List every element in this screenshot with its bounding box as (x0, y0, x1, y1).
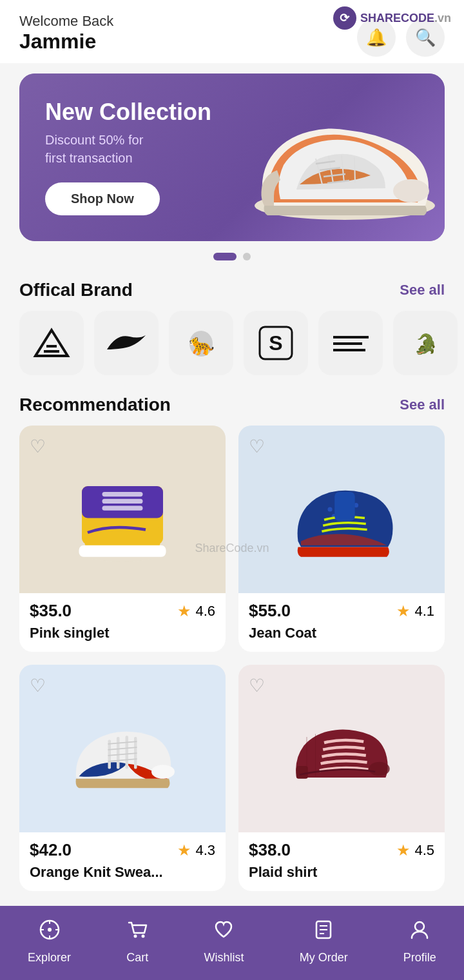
svg-rect-27 (102, 506, 143, 511)
brands-row: 🐆 S 🐊 (0, 311, 464, 382)
wishlist-btn-4[interactable]: ♡ (249, 675, 265, 696)
product-price-2: $55.0 (249, 601, 291, 621)
brand-skechers[interactable]: S (244, 311, 308, 375)
brands-see-all[interactable]: See all (400, 282, 445, 299)
cart-icon (126, 919, 148, 946)
banner: New Collection Discount 50% forfirst tra… (19, 74, 445, 241)
nav-myorder[interactable]: My Order (300, 919, 348, 965)
product-rating-3: ★ 4.3 (177, 841, 215, 859)
shoe-image-1 (35, 438, 210, 581)
svg-rect-39 (126, 736, 129, 769)
recommendations-title: Recommendation (19, 395, 171, 415)
logo-text: SHARECODE.vn (360, 12, 451, 25)
product-image-1: ♡ (19, 426, 226, 593)
product-price-4: $38.0 (249, 840, 291, 860)
product-name-4: Plaid shirt (249, 864, 434, 881)
shoe-image-3 (35, 678, 210, 820)
dot-active (213, 253, 237, 260)
product-card-2[interactable]: ♡ (238, 426, 445, 652)
cart-label: Cart (126, 951, 148, 965)
recommendations-see-all[interactable]: See all (400, 397, 445, 413)
rating-value-1: 4.6 (195, 603, 215, 620)
nav-wishlist[interactable]: Wishlist (204, 919, 244, 965)
greeting-section: Welcome Back Jammie (19, 13, 113, 54)
svg-point-51 (48, 928, 52, 932)
myorder-label: My Order (300, 951, 348, 965)
wishlist-btn-3[interactable]: ♡ (30, 675, 46, 696)
svg-rect-28 (79, 545, 166, 557)
svg-rect-38 (117, 737, 120, 769)
product-info-3: $42.0 ★ 4.3 Orange Knit Swea... (19, 832, 226, 891)
svg-line-5 (354, 157, 355, 183)
product-image-3: ♡ (19, 665, 226, 832)
sharecode-logo: ⟳ SHARECODE.vn (333, 6, 451, 30)
welcome-text: Welcome Back (19, 13, 113, 30)
brand-lacoste[interactable]: 🐊 (393, 311, 458, 375)
product-info-2: $55.0 ★ 4.1 Jean Coat (238, 593, 445, 652)
banner-text: New Collection Discount 50% forfirst tra… (45, 99, 226, 216)
nav-profile[interactable]: Profile (403, 919, 436, 965)
banner-subtitle: Discount 50% forfirst transaction (45, 131, 226, 167)
product-card-1[interactable]: ♡ (19, 426, 226, 652)
brands-section-header: Offical Brand See all (0, 267, 464, 311)
rating-value-3: 4.3 (195, 842, 215, 859)
wishlist-icon (213, 919, 235, 946)
product-image-2: ♡ (238, 426, 445, 593)
bell-icon: 🔔 (366, 28, 387, 48)
star-icon-1: ★ (177, 602, 191, 620)
svg-point-45 (151, 765, 175, 779)
brand-puma[interactable]: 🐆 (169, 311, 233, 375)
product-name-3: Orange Knit Swea... (30, 864, 215, 881)
svg-point-1 (393, 179, 429, 202)
myorder-icon (313, 919, 334, 946)
brand-adidas[interactable] (19, 311, 84, 375)
svg-rect-36 (334, 492, 355, 521)
brands-title: Offical Brand (19, 280, 133, 300)
bottom-nav: Explorer Cart Wishlist My (0, 906, 464, 980)
svg-rect-47 (296, 766, 308, 779)
rating-value-2: 4.1 (414, 603, 434, 620)
product-info-4: $38.0 ★ 4.5 Plaid shirt (238, 832, 445, 891)
product-price-1: $35.0 (30, 601, 72, 621)
recommendations-section-header: Recommendation See all (0, 382, 464, 426)
nav-explorer[interactable]: Explorer (28, 919, 71, 965)
product-price-row-3: $42.0 ★ 4.3 (30, 840, 215, 860)
explorer-label: Explorer (28, 951, 71, 965)
product-image-4: ♡ (238, 665, 445, 832)
shop-now-button[interactable]: Shop Now (45, 182, 160, 215)
banner-title: New Collection (45, 99, 226, 125)
shoe-image-4 (254, 678, 429, 820)
wishlist-btn-1[interactable]: ♡ (30, 436, 46, 457)
shoe-image-2 (254, 438, 429, 581)
svg-point-57 (142, 935, 145, 938)
product-info-1: $35.0 ★ 4.6 Pink singlet (19, 593, 226, 652)
product-rating-1: ★ 4.6 (177, 602, 215, 620)
star-icon-4: ★ (396, 841, 411, 859)
brand-nike[interactable] (94, 311, 159, 375)
brand-reebok[interactable] (318, 311, 383, 375)
profile-label: Profile (403, 951, 436, 965)
svg-point-29 (327, 507, 332, 511)
username: Jammie (19, 30, 113, 54)
svg-text:S: S (269, 331, 282, 355)
logo-icon: ⟳ (333, 6, 356, 30)
product-card-3[interactable]: ♡ (19, 665, 226, 891)
product-rating-2: ★ 4.1 (396, 602, 434, 620)
product-price-row-2: $55.0 ★ 4.1 (249, 601, 434, 621)
svg-point-56 (134, 935, 137, 938)
wishlist-btn-2[interactable]: ♡ (249, 436, 265, 457)
banner-dots (0, 253, 464, 260)
product-price-row-4: $38.0 ★ 4.5 (249, 840, 434, 860)
product-name-2: Jean Coat (249, 625, 434, 642)
svg-text:🐆: 🐆 (188, 332, 214, 357)
explorer-icon (39, 919, 61, 946)
products-grid: ♡ (0, 426, 464, 968)
svg-rect-26 (102, 499, 143, 504)
product-card-4[interactable]: ♡ (238, 665, 445, 891)
product-rating-4: ★ 4.5 (396, 841, 434, 859)
dot-inactive (243, 253, 251, 260)
nav-cart[interactable]: Cart (126, 919, 148, 965)
svg-point-46 (369, 762, 389, 776)
wishlist-label: Wishlist (204, 951, 244, 965)
svg-point-62 (415, 922, 424, 931)
